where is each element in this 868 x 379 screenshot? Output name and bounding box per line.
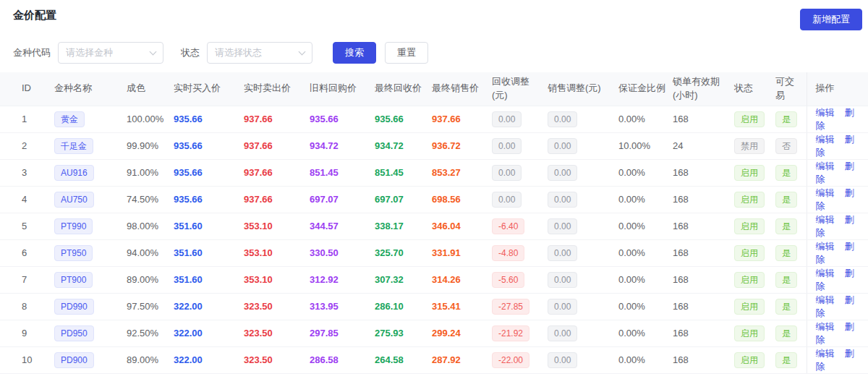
species-tag: PD900 [54,352,94,368]
row-id: 7 [0,266,54,293]
margin-ratio-value: 0.00% [618,213,673,239]
status-badge: 启用 [734,299,765,315]
row-actions: 编辑删除 [807,293,868,320]
page-title: 金价配置 [13,9,56,22]
column-header: 实时卖出价 [244,72,310,106]
purity-value: 89.00% [127,346,174,373]
species-tag: PT990 [54,218,93,234]
lock-validity-value: 168 [673,266,734,293]
status-badge: 启用 [734,218,765,234]
final-sale-price: 299.24 [432,320,492,346]
purity-value: 97.50% [127,293,174,320]
add-config-button[interactable]: 新增配置 [800,9,862,30]
status-filter-select[interactable]: 请选择状态 [207,42,312,64]
row-id: 2 [0,132,54,159]
purity-value: 89.00% [127,266,174,293]
tradable-badge: 是 [775,192,797,208]
tradable-badge: 是 [775,245,797,261]
lock-validity-value: 168 [673,106,734,132]
realtime-buy-price: 322.00 [174,320,244,346]
old-material-buyback-price: 312.92 [310,266,375,293]
old-material-buyback-price: 851.45 [310,159,375,186]
realtime-buy-price: 935.66 [174,159,244,186]
realtime-sell-price: 353.10 [244,266,310,293]
edit-link[interactable]: 编辑 [816,348,835,359]
lock-validity-value: 168 [673,320,734,346]
code-filter-select[interactable]: 请选择金种 [58,42,163,64]
realtime-sell-price: 937.66 [244,132,310,159]
column-header: 可交易 [775,72,807,106]
species-tag: AU750 [54,192,94,208]
realtime-buy-price: 935.66 [174,132,244,159]
row-actions: 编辑删除 [807,213,868,239]
final-recycle-price: 264.58 [375,346,432,373]
table-header: ID金种名称成色实时买入价实时卖出价旧料回购价最终回收价最终销售价回收调整(元)… [0,72,868,106]
margin-ratio-value: 0.00% [618,159,673,186]
recycle-adjust-tag: -4.80 [492,245,524,261]
tradable-badge: 是 [775,299,797,315]
column-header: ID [0,72,54,106]
edit-link[interactable]: 编辑 [816,187,835,198]
final-recycle-price: 697.07 [375,186,432,213]
final-sale-price: 936.72 [432,132,492,159]
purity-value: 98.00% [127,213,174,239]
margin-ratio-value: 0.00% [618,266,673,293]
recycle-adjust-tag: -6.40 [492,218,524,234]
realtime-sell-price: 353.10 [244,213,310,239]
filter-bar: 金种代码 请选择金种 状态 请选择状态 搜索 重置 [13,42,855,64]
table-row: 10PD90089.00%322.00323.50286.58264.58287… [0,346,868,373]
lock-validity-value: 168 [673,213,734,239]
species-tag: AU916 [54,165,94,181]
old-material-buyback-price: 697.07 [310,186,375,213]
lock-validity-value: 168 [673,159,734,186]
edit-link[interactable]: 编辑 [816,161,835,171]
species-tag: PT950 [54,245,93,261]
row-id: 6 [0,239,54,266]
chevron-down-icon [150,48,157,55]
column-header: 金种名称 [54,72,127,106]
edit-link[interactable]: 编辑 [816,214,835,225]
lock-validity-value: 168 [673,293,734,320]
edit-link[interactable]: 编辑 [816,268,835,278]
margin-ratio-value: 0.00% [618,293,673,320]
realtime-buy-price: 935.66 [174,106,244,132]
tradable-badge: 是 [775,272,797,288]
recycle-adjust-tag: -22.00 [492,352,529,368]
row-actions: 编辑删除 [807,132,868,159]
row-actions: 编辑删除 [807,346,868,373]
column-header: 旧料回购价 [310,72,375,106]
column-header: 销售调整(元) [548,72,618,106]
realtime-sell-price: 353.10 [244,239,310,266]
recycle-adjust-tag: -27.85 [492,299,529,315]
species-tag: PD990 [54,299,94,315]
edit-link[interactable]: 编辑 [816,107,835,118]
status-badge: 启用 [734,325,765,341]
edit-link[interactable]: 编辑 [816,241,835,252]
search-button[interactable]: 搜索 [333,42,376,64]
lock-validity-value: 24 [673,132,734,159]
edit-link[interactable]: 编辑 [816,321,835,332]
column-header: 最终回收价 [375,72,432,106]
final-recycle-price: 934.72 [375,132,432,159]
purity-value: 94.00% [127,239,174,266]
row-actions: 编辑删除 [807,159,868,186]
tradable-badge: 是 [775,325,797,341]
recycle-adjust-tag: -21.92 [492,325,529,341]
realtime-sell-price: 937.66 [244,106,310,132]
status-badge: 启用 [734,165,765,181]
old-material-buyback-price: 297.85 [310,320,375,346]
sale-adjust-tag: 0.00 [548,138,577,154]
realtime-buy-price: 322.00 [174,293,244,320]
table-row: 4AU75074.50%935.66937.66697.07697.07698.… [0,186,868,213]
recycle-adjust-tag: 0.00 [492,111,522,127]
final-recycle-price: 286.10 [375,293,432,320]
gold-price-table: ID金种名称成色实时买入价实时卖出价旧料回购价最终回收价最终销售价回收调整(元)… [0,72,868,374]
column-header: 操作 [807,72,868,106]
reset-button[interactable]: 重置 [385,42,428,64]
edit-link[interactable]: 编辑 [816,294,835,305]
species-tag: 黄金 [54,111,85,127]
margin-ratio-value: 10.00% [618,132,673,159]
sale-adjust-tag: 0.00 [548,192,577,208]
table-row: 8PD99097.50%322.00323.50313.95286.10315.… [0,293,868,320]
edit-link[interactable]: 编辑 [816,134,835,145]
